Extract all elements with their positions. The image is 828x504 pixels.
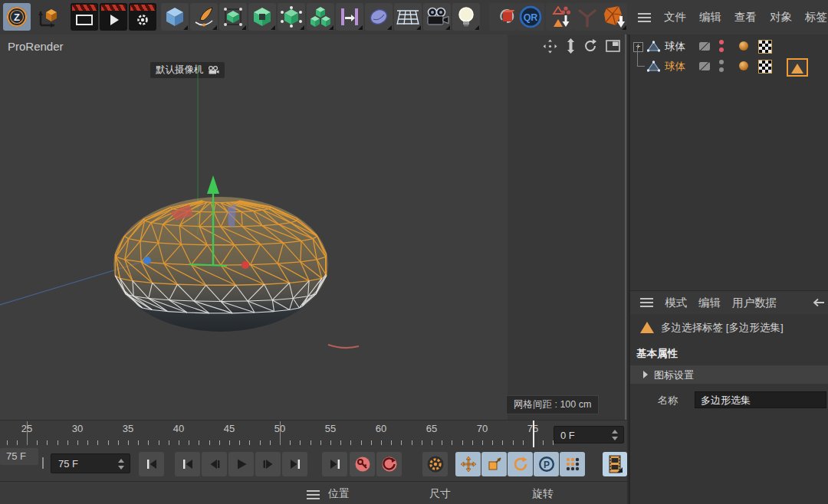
extrude-generator-button[interactable] [248, 3, 276, 31]
goto-prev-key-button[interactable] [175, 452, 200, 476]
visibility-dot-render[interactable] [719, 67, 724, 72]
ruler-tick [169, 440, 169, 445]
object-name-selected[interactable]: 球体 [665, 60, 685, 74]
camera-button[interactable] [423, 3, 451, 31]
ruler-tick [412, 440, 412, 445]
menu-edit[interactable]: 编辑 [699, 10, 721, 25]
group-icon-settings[interactable]: 图标设置 [630, 365, 828, 384]
attribute-menu-icon[interactable] [640, 298, 653, 307]
object-manager-panel: + 球体 球体 模式 编辑 用户数据 [629, 34, 828, 504]
record-loop-button[interactable] [376, 452, 402, 476]
visibility-dot-editor[interactable] [719, 40, 724, 44]
scene-3d-sphere[interactable] [0, 34, 627, 420]
play-button[interactable] [228, 452, 254, 476]
attr-menu-userdata[interactable]: 用户数据 [732, 296, 777, 310]
ruler-frame-label: 60 [376, 423, 386, 434]
clapper-stripes [101, 5, 126, 11]
floor-icon [396, 6, 420, 28]
prev-frame-button[interactable] [202, 452, 227, 476]
ruler-tick [97, 440, 98, 445]
qr-plugin-button[interactable]: QR [517, 3, 544, 31]
qr-plugin-icon: QR [518, 4, 544, 30]
goto-start-button[interactable] [139, 452, 164, 476]
cage-deformer-button[interactable] [278, 3, 305, 31]
render-settings-button[interactable] [129, 3, 156, 31]
coords-menu-icon[interactable] [307, 490, 320, 499]
texture-tag-icon[interactable] [758, 40, 772, 54]
subdivision-surface-button[interactable] [219, 3, 247, 31]
polygon-selection-tag-icon[interactable] [787, 58, 808, 77]
clapper-stripes [130, 5, 155, 11]
name-field-row: 名称 多边形选集 [630, 391, 828, 411]
goto-frame-field[interactable]: 0 F [554, 426, 624, 443]
goto-frame-value: 0 F [560, 430, 575, 441]
spinner-arrows-icon[interactable] [118, 459, 125, 470]
object-row-sphere-1[interactable]: + 球体 [630, 36, 828, 56]
menu-file[interactable]: 文件 [664, 10, 686, 25]
name-input[interactable]: 多边形选集 [695, 391, 826, 408]
plugin-red-cube-button[interactable] [489, 3, 517, 31]
subdivision-surface-icon [222, 5, 245, 28]
goto-end-button[interactable] [322, 452, 347, 476]
key-pla-button[interactable] [560, 452, 585, 476]
extrude-icon [251, 5, 274, 28]
menu-tags[interactable]: 标签 [805, 10, 827, 25]
polygon-reduction-button[interactable] [600, 3, 627, 31]
ruler-tick [199, 440, 199, 445]
autokey-button[interactable] [422, 452, 448, 476]
metaball-button[interactable] [365, 3, 393, 31]
next-key-button[interactable] [282, 452, 307, 476]
next-frame-button[interactable] [255, 452, 281, 476]
transport-bar: 75 F 75 F P [0, 448, 627, 481]
ruler-tick [340, 440, 341, 445]
menu-view[interactable]: 查看 [734, 10, 757, 25]
ruler-tick [391, 440, 392, 445]
tree-expand-icon[interactable]: + [633, 42, 643, 52]
material-tag-icon[interactable] [739, 41, 748, 51]
playhead[interactable] [533, 421, 534, 447]
visibility-dot-editor[interactable] [719, 60, 724, 64]
object-name[interactable]: 球体 [665, 40, 685, 54]
cube-primitive-button[interactable] [161, 3, 189, 31]
array-cloner-button[interactable] [307, 3, 334, 31]
attr-menu-edit[interactable]: 编辑 [698, 296, 721, 310]
triangle-sort-plugin-button[interactable] [546, 3, 573, 31]
object-manager-menu-icon[interactable] [638, 13, 651, 22]
powerslider-frame-label: 75 F [0, 448, 38, 465]
axis-cube-button[interactable] [34, 3, 61, 31]
visibility-dot-render[interactable] [719, 47, 724, 52]
grid-spacing-label: 网格间距 : 100 cm [506, 395, 599, 414]
render-picture-viewer-button[interactable] [100, 3, 127, 31]
menu-object[interactable]: 对象 [770, 10, 792, 25]
key-parameter-button[interactable]: P [534, 452, 559, 476]
key-rotation-button[interactable] [508, 452, 533, 476]
key-scale-button[interactable] [481, 452, 507, 476]
material-tag-icon[interactable] [739, 61, 748, 70]
attr-menu-mode[interactable]: 模式 [665, 296, 687, 310]
record-keyframe-button[interactable] [350, 452, 375, 476]
spacing-tool-button[interactable] [336, 3, 363, 31]
spline-pen-button[interactable] [190, 3, 218, 31]
ruler-tick [513, 440, 514, 445]
history-back-icon[interactable] [813, 298, 825, 307]
ruler-tick [442, 440, 442, 445]
light-button[interactable] [452, 3, 480, 31]
texture-tag-icon[interactable] [758, 60, 772, 74]
render-view-button[interactable] [71, 3, 98, 31]
current-frame-field[interactable]: 75 F [51, 453, 130, 473]
y-plugin-button[interactable] [573, 3, 601, 31]
timeline-ruler[interactable]: 0 F 2530354045505560657075 [0, 420, 627, 450]
spinner-arrows-icon[interactable] [612, 430, 619, 440]
enable-state-icon[interactable] [699, 42, 710, 51]
object-row-sphere-2[interactable]: 球体 [630, 56, 828, 76]
make-preview-button[interactable] [603, 452, 627, 476]
powerslider-handle[interactable] [42, 457, 44, 469]
key-position-button[interactable] [455, 452, 481, 476]
ruler-tick [361, 440, 362, 445]
viewport[interactable]: ProRender 默认摄像机 网格间距 : 100 cm [0, 34, 627, 420]
ruler-tick [310, 440, 311, 445]
z-logo-button[interactable]: Z [3, 3, 31, 31]
floor-button[interactable] [394, 3, 422, 31]
axis-cube-icon [36, 5, 59, 28]
enable-state-icon[interactable] [699, 62, 710, 70]
